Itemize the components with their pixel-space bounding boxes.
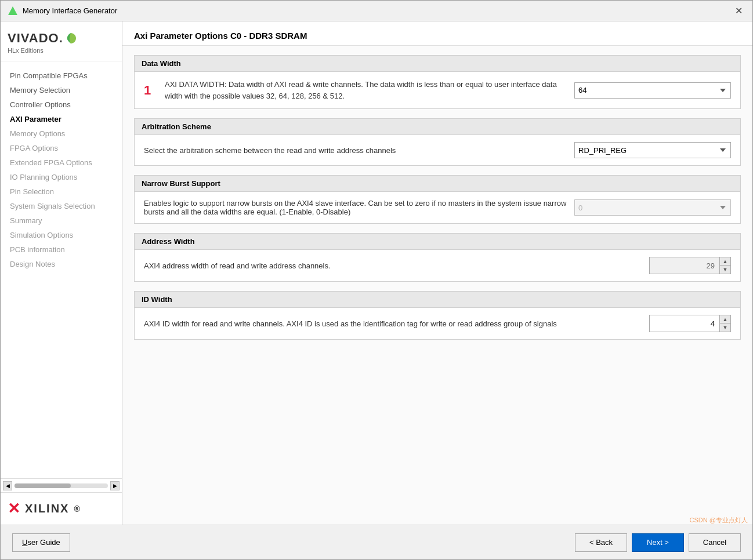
- address-width-spinner-buttons: ▲ ▼: [719, 257, 730, 274]
- footer: User Guide < Back Next > Cancel: [1, 525, 752, 559]
- id-width-decrement[interactable]: ▼: [720, 323, 730, 332]
- section-header-id-width: ID Width: [135, 292, 740, 308]
- sidebar-item-pcb-information[interactable]: PCB information: [1, 242, 122, 257]
- xilinx-logo-area: ✕ XILINX ®: [1, 492, 122, 525]
- app-icon: [8, 6, 18, 16]
- section-body-id-width: AXI4 ID width for read and write channel…: [135, 308, 740, 339]
- sidebar-item-controller-options[interactable]: Controller Options: [1, 97, 122, 112]
- param-control-id-width: 4 ▲ ▼: [649, 315, 731, 332]
- sidebar-item-summary[interactable]: Summary: [1, 213, 122, 228]
- main-layout: VIVADO. HLx Editions Pin Compatible FPGA…: [1, 21, 752, 525]
- param-row-id-width: AXI4 ID width for read and write channel…: [144, 315, 731, 332]
- section-address-width: Address Width AXI4 address width of read…: [134, 233, 741, 282]
- sidebar-item-pin-selection[interactable]: Pin Selection: [1, 184, 122, 199]
- param-number-1: 1: [144, 83, 158, 98]
- section-header-arbitration: Arbitration Scheme: [135, 119, 740, 135]
- section-body-narrow-burst: Enables logic to support narrow bursts o…: [135, 192, 740, 223]
- param-desc-address-width: AXI4 address width of read and write add…: [144, 261, 642, 270]
- footer-right: < Back Next > Cancel: [575, 533, 741, 552]
- sidebar-item-fpga-options[interactable]: FPGA Options: [1, 141, 122, 155]
- param-desc-axi-data-width: AXI DATA WIDTH: Data width of AXI read &…: [165, 79, 567, 101]
- sidebar-item-pin-compatible[interactable]: Pin Compatible FPGAs: [1, 68, 122, 83]
- sidebar-item-io-planning-options[interactable]: IO Planning Options: [1, 170, 122, 184]
- id-width-value: 4: [650, 315, 719, 332]
- section-narrow-burst: Narrow Burst Support Enables logic to su…: [134, 175, 741, 224]
- section-body-arbitration: Select the arbitration scheme between th…: [135, 135, 740, 165]
- sidebar-item-design-notes[interactable]: Design Notes: [1, 257, 122, 271]
- vivado-subtitle: HLx Editions: [8, 47, 44, 54]
- param-control-narrow-burst: 0 1: [574, 199, 731, 216]
- param-desc-narrow-burst: Enables logic to support narrow bursts o…: [144, 199, 567, 216]
- arbitration-scheme-select[interactable]: RD_PRI_REG RD_PRI_STATIC WR_PRI_REG WR_P…: [574, 142, 731, 158]
- vivado-logo: VIVADO. HLx Editions: [8, 31, 115, 54]
- cancel-button[interactable]: Cancel: [689, 533, 741, 552]
- param-control-data-width: 32 64 128 256 512: [574, 82, 731, 99]
- param-control-arbitration: RD_PRI_REG RD_PRI_STATIC WR_PRI_REG WR_P…: [574, 142, 731, 158]
- leaf-icon: [64, 32, 77, 45]
- param-desc-arbitration: Select the arbitration scheme between th…: [144, 146, 567, 155]
- close-button[interactable]: ✕: [732, 4, 745, 18]
- user-guide-button[interactable]: User Guide: [12, 533, 70, 552]
- scroll-track: [15, 483, 108, 488]
- watermark: CSDN @专业点灯人: [690, 516, 748, 525]
- sidebar-item-extended-fpga-options[interactable]: Extended FPGA Options: [1, 155, 122, 170]
- param-row-arbitration: Select the arbitration scheme between th…: [144, 142, 731, 158]
- sidebar-nav: Pin Compatible FPGAs Memory Selection Co…: [1, 61, 122, 478]
- address-width-decrement[interactable]: ▼: [720, 266, 730, 274]
- sidebar-logo: VIVADO. HLx Editions: [1, 21, 122, 61]
- section-arbitration-scheme: Arbitration Scheme Select the arbitratio…: [134, 118, 741, 166]
- data-width-select[interactable]: 32 64 128 256 512: [574, 82, 731, 99]
- svg-marker-0: [8, 6, 17, 15]
- address-width-value: 29: [650, 257, 719, 274]
- next-button[interactable]: Next >: [632, 533, 684, 552]
- sidebar-item-system-signals-selection[interactable]: System Signals Selection: [1, 199, 122, 213]
- xilinx-x-icon: ✕: [8, 500, 20, 518]
- sidebar-item-axi-parameter[interactable]: AXI Parameter: [1, 112, 122, 126]
- param-row-address-width: AXI4 address width of read and write add…: [144, 257, 731, 274]
- content-body: Data Width 1 AXI DATA WIDTH: Data width …: [122, 46, 752, 525]
- section-body-data-width: 1 AXI DATA WIDTH: Data width of AXI read…: [135, 72, 740, 108]
- sidebar-item-simulation-options[interactable]: Simulation Options: [1, 228, 122, 242]
- id-width-spinner: 4 ▲ ▼: [649, 315, 731, 332]
- main-window: Memory Interface Generator ✕ VIVADO. HL: [0, 0, 753, 560]
- next-label: Next >: [647, 538, 669, 547]
- cancel-label: Cancel: [703, 538, 726, 547]
- sidebar: VIVADO. HLx Editions Pin Compatible FPGA…: [1, 21, 122, 525]
- xilinx-dot: ®: [74, 504, 79, 514]
- id-width-spinner-buttons: ▲ ▼: [719, 315, 730, 332]
- narrow-burst-select[interactable]: 0 1: [574, 199, 731, 216]
- footer-left: User Guide: [12, 533, 575, 552]
- back-label: < Back: [589, 538, 613, 547]
- id-width-increment[interactable]: ▲: [720, 315, 730, 323]
- vivado-text: VIVADO.: [8, 31, 77, 46]
- section-body-address-width: AXI4 address width of read and write add…: [135, 250, 740, 281]
- scroll-right-btn[interactable]: ▶: [110, 481, 120, 490]
- section-header-narrow-burst: Narrow Burst Support: [135, 176, 740, 192]
- sidebar-scrollbar: ◀ ▶: [1, 478, 122, 492]
- window-title: Memory Interface Generator: [23, 6, 732, 15]
- content-header: Axi Parameter Options C0 - DDR3 SDRAM: [122, 21, 752, 46]
- param-desc-id-width: AXI4 ID width for read and write channel…: [144, 319, 642, 328]
- user-guide-label: User Guide: [22, 538, 60, 547]
- address-width-spinner: 29 ▲ ▼: [649, 257, 731, 274]
- scroll-left-btn[interactable]: ◀: [3, 481, 12, 490]
- param-row-axi-data-width: 1 AXI DATA WIDTH: Data width of AXI read…: [144, 79, 731, 101]
- address-width-increment[interactable]: ▲: [720, 257, 730, 266]
- param-row-narrow-burst: Enables logic to support narrow bursts o…: [144, 199, 731, 216]
- scroll-thumb: [15, 483, 71, 488]
- sidebar-item-memory-selection[interactable]: Memory Selection: [1, 83, 122, 97]
- param-control-address-width: 29 ▲ ▼: [649, 257, 731, 274]
- title-bar: Memory Interface Generator ✕: [1, 1, 752, 21]
- xilinx-text: XILINX: [25, 502, 69, 515]
- sidebar-item-memory-options[interactable]: Memory Options: [1, 126, 122, 141]
- back-button[interactable]: < Back: [575, 533, 627, 552]
- content-area: Axi Parameter Options C0 - DDR3 SDRAM Da…: [122, 21, 752, 525]
- section-data-width: Data Width 1 AXI DATA WIDTH: Data width …: [134, 55, 741, 109]
- content-title: Axi Parameter Options C0 - DDR3 SDRAM: [134, 31, 741, 41]
- section-header-address-width: Address Width: [135, 234, 740, 250]
- section-header-data-width: Data Width: [135, 56, 740, 72]
- section-id-width: ID Width AXI4 ID width for read and writ…: [134, 291, 741, 340]
